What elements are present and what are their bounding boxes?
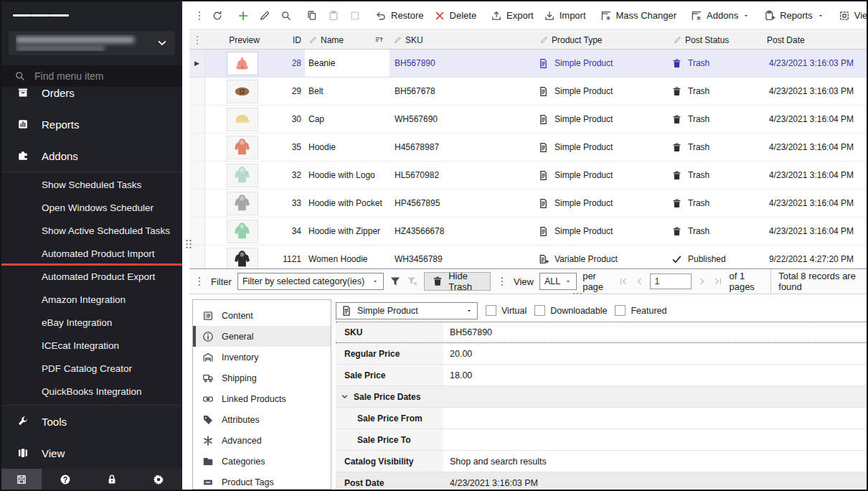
field-value[interactable]: Shop and search results [443, 451, 867, 472]
clear-filter-icon[interactable] [407, 276, 418, 287]
product-preview-image[interactable] [227, 80, 258, 103]
field-value[interactable]: BH567890 [443, 322, 867, 342]
tab-product-tags[interactable]: Product Tags [193, 472, 331, 491]
submenu-item[interactable]: ICEcat Integration [1, 335, 182, 357]
submenu-item[interactable]: QuickBooks Integration [1, 380, 182, 403]
tab-attributes[interactable]: Attributes [193, 409, 331, 430]
column-header-sku[interactable]: SKU [390, 31, 536, 49]
settings-button[interactable] [136, 469, 182, 490]
product-preview-image[interactable] [227, 108, 258, 131]
field-value[interactable]: 4/23/2021 3:16:03 PM [443, 472, 867, 491]
save-button[interactable] [1, 469, 42, 490]
tab-categories[interactable]: Categories [193, 451, 331, 472]
submenu-item[interactable]: Automated Product Export [1, 266, 182, 289]
toolbar-export-button[interactable]: Export [486, 5, 539, 27]
sort-ascending-icon[interactable] [374, 35, 384, 45]
submenu-item[interactable]: eBay Integration [1, 312, 182, 335]
toolbar-copy-button[interactable] [301, 5, 323, 27]
product-preview-image[interactable] [227, 220, 258, 243]
tab-inventory[interactable]: Inventory [193, 347, 331, 368]
name-cell[interactable]: Women Hoodie [305, 246, 390, 268]
column-header-preview[interactable]: Preview [205, 31, 279, 49]
next-page-button[interactable] [697, 276, 707, 286]
name-cell[interactable]: Belt [305, 78, 390, 105]
submenu-item[interactable]: Automated Product Import [1, 243, 182, 266]
submenu-item[interactable]: PDF Catalog Creator [1, 357, 182, 380]
tab-advanced[interactable]: Advanced [193, 430, 331, 451]
field-value[interactable]: 18.00 [443, 365, 867, 385]
name-cell[interactable]: Hoodie with Zipper [305, 218, 390, 245]
column-header-status[interactable]: Post Status [669, 31, 763, 49]
column-header-type[interactable]: Product Type [536, 31, 669, 49]
category-filter-select[interactable]: Filter by selected category(ies) [237, 273, 384, 290]
toolbar-import-button[interactable]: Import [539, 5, 591, 27]
product-preview-image[interactable] [227, 136, 258, 159]
first-page-button[interactable] [618, 276, 628, 286]
toolbar-delete-button[interactable]: Delete [429, 5, 482, 27]
tab-content[interactable]: Content [193, 305, 331, 326]
store-selector[interactable] [9, 31, 175, 55]
checkbox[interactable] [534, 305, 545, 316]
pager-grip[interactable] [496, 276, 508, 287]
checkbox[interactable] [615, 305, 626, 316]
column-header-date[interactable]: Post Date [763, 31, 867, 49]
name-cell[interactable]: Hoodie [305, 134, 390, 161]
product-preview-image[interactable] [227, 52, 258, 75]
hide-trash-button[interactable]: Hide Trash [424, 272, 491, 291]
sidebar-item-addons[interactable]: Addons [1, 140, 182, 172]
toolbar-paste-button[interactable] [323, 5, 344, 27]
table-row[interactable]: 33Hoodie with PocketHP4567895Simple Prod… [189, 190, 867, 218]
page-number-input[interactable] [650, 273, 692, 289]
submenu-item[interactable]: Show Scheduled Tasks [1, 174, 182, 197]
submenu-item[interactable]: Open Windows Scheduler [1, 197, 182, 220]
name-cell[interactable]: Hoodie with Pocket [305, 190, 390, 217]
toolbar-refresh-button[interactable] [207, 5, 228, 27]
help-button[interactable] [42, 469, 88, 490]
product-preview-image[interactable] [227, 248, 258, 269]
filterbar-grip[interactable] [194, 276, 205, 287]
previous-page-button[interactable] [634, 276, 644, 286]
field-value[interactable] [443, 408, 867, 429]
table-row[interactable]: 34Hoodie with ZipperHZ43566678Simple Pro… [189, 218, 867, 246]
field-group-row[interactable]: Sale Price Dates [336, 386, 867, 408]
table-row[interactable]: ▶28BeanieBH567890Simple ProductTrash4/23… [189, 50, 867, 78]
chevron-down-icon[interactable] [341, 393, 349, 401]
sidebar-item-reports[interactable]: Reports [1, 108, 182, 140]
row-marker-column-header[interactable] [189, 31, 205, 49]
table-row[interactable]: 30CapWH567690Simple ProductTrash4/23/202… [189, 106, 867, 134]
checkbox[interactable] [486, 305, 496, 316]
toolbar-find-button[interactable] [275, 5, 297, 27]
name-cell[interactable]: Hoodie with Logo [305, 162, 390, 189]
name-cell[interactable]: Beanie [305, 50, 390, 77]
menu-search-input[interactable] [34, 70, 156, 82]
collapsed-splitter-dots[interactable] [572, 288, 583, 299]
submenu-item[interactable]: Show Active Scheduled Tasks [1, 220, 182, 243]
submenu-item[interactable]: Amazon Integration [1, 289, 182, 312]
sidebar-item-tools[interactable]: Tools [1, 406, 182, 437]
table-row[interactable]: 35HoodieH45678987Simple ProductTrash4/23… [189, 134, 867, 162]
apply-filter-icon[interactable] [390, 276, 401, 287]
sidebar-item-view[interactable]: View [1, 437, 182, 469]
toolbar-addons-button[interactable]: Addons [686, 5, 755, 27]
tab-shipping[interactable]: Shipping [193, 368, 331, 388]
table-row[interactable]: 1121Women HoodieWH3456789Variable Produc… [189, 246, 867, 268]
toolbar-add-button[interactable] [232, 5, 254, 27]
column-header-id[interactable]: ID [279, 31, 305, 49]
toolbar-paste-special-button[interactable] [344, 5, 366, 27]
toolbar-grip[interactable] [194, 10, 205, 22]
tab-general[interactable]: General [193, 326, 331, 347]
hamburger-menu-icon[interactable] [13, 11, 69, 19]
table-row[interactable]: 32Hoodie with LogoHL5670982Simple Produc… [189, 162, 867, 190]
product-preview-image[interactable] [227, 192, 258, 215]
field-value[interactable] [443, 429, 867, 450]
table-row[interactable]: 29BeltBH567678Simple ProductTrash4/23/20… [189, 78, 867, 106]
toolbar-restore-button[interactable]: Restore [370, 5, 429, 27]
toolbar-mass-changer-button[interactable]: Mass Changer [595, 5, 682, 27]
toolbar-edit-button[interactable] [254, 5, 275, 27]
lock-button[interactable] [88, 469, 135, 490]
product-preview-image[interactable] [227, 164, 258, 187]
name-cell[interactable]: Cap [305, 106, 390, 133]
last-page-button[interactable] [713, 276, 723, 286]
field-value[interactable]: 20.00 [443, 343, 867, 364]
toolbar-view-button[interactable]: View [834, 5, 868, 27]
